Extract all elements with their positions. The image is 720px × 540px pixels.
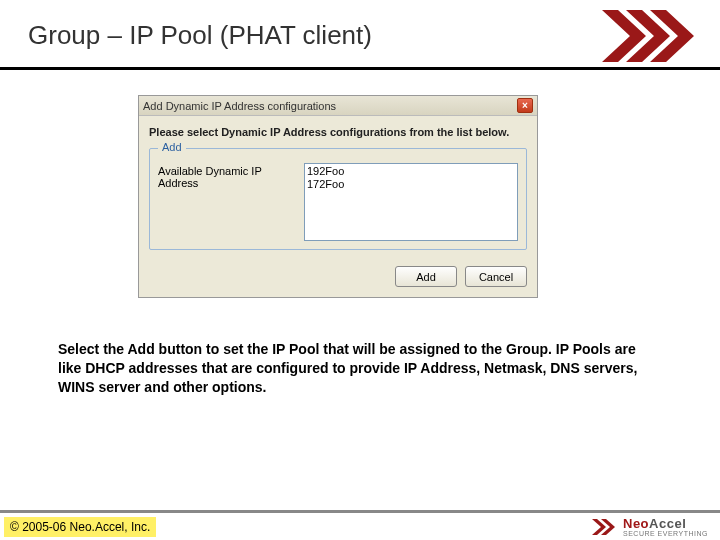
cancel-button[interactable]: Cancel: [465, 266, 527, 287]
add-ip-pool-dialog: Add Dynamic IP Address configurations × …: [138, 95, 538, 298]
logo-tagline: SECURE EVERYTHING: [623, 530, 708, 537]
add-button[interactable]: Add: [395, 266, 457, 287]
dialog-titlebar: Add Dynamic IP Address configurations ×: [139, 96, 537, 116]
description-text: Select the Add button to set the IP Pool…: [58, 340, 658, 397]
dialog-buttons: Add Cancel: [139, 260, 537, 297]
logo-name: NeoAccel: [623, 517, 708, 530]
slide-footer: © 2005-06 Neo.Accel, Inc. NeoAccel SECUR…: [0, 510, 720, 540]
available-ip-label: Available Dynamic IP Address: [158, 163, 298, 189]
list-item[interactable]: 192Foo: [307, 165, 515, 178]
copyright-text: © 2005-06 Neo.Accel, Inc.: [4, 517, 156, 537]
list-item[interactable]: 172Foo: [307, 178, 515, 191]
close-icon[interactable]: ×: [517, 98, 533, 113]
dialog-instruction: Please select Dynamic IP Address configu…: [139, 116, 537, 144]
add-fieldset: Add Available Dynamic IP Address 192Foo …: [149, 148, 527, 250]
logo-mark-icon: [591, 518, 617, 536]
chevron-logo-icon: [600, 8, 700, 64]
fieldset-legend: Add: [158, 141, 186, 153]
dialog-title: Add Dynamic IP Address configurations: [143, 100, 517, 112]
neoaccel-logo: NeoAccel SECURE EVERYTHING: [591, 517, 708, 537]
slide-header: Group – IP Pool (PHAT client): [0, 0, 720, 70]
ip-pool-listbox[interactable]: 192Foo 172Foo: [304, 163, 518, 241]
